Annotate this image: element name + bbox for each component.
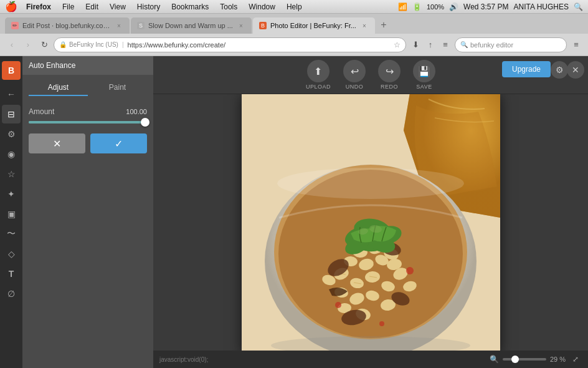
eraser-icon: ∅: [7, 289, 15, 299]
amount-row: Amount 100.00: [29, 107, 147, 116]
sidebar-favorites-icon[interactable]: ☆: [2, 165, 21, 183]
volume-icon: 🔊: [449, 2, 458, 11]
back-arrow-icon: ←: [7, 89, 16, 99]
share-icon[interactable]: ↑: [424, 38, 437, 52]
redo-button[interactable]: ↪ REDO: [378, 60, 401, 90]
sidebar-drawing-icon[interactable]: 〜: [2, 225, 21, 243]
location-bar[interactable]: 🔒 BeFunky Inc (US) | https://www.befunky…: [54, 37, 406, 52]
sidebar-effects-icon[interactable]: ✦: [2, 185, 21, 203]
forward-button[interactable]: ›: [21, 38, 35, 52]
sidebar-layers-icon[interactable]: ⊟: [2, 105, 21, 123]
svg-point-41: [406, 267, 414, 274]
zoom-slider[interactable]: [503, 358, 546, 361]
menu-items: File Edit View History Bookmarks Tools W…: [60, 2, 305, 11]
save-icon-circle: 💾: [413, 60, 435, 82]
tab-2-favicon: S: [137, 22, 145, 29]
menu-tools[interactable]: Tools: [217, 2, 240, 11]
sidebar-frames-icon[interactable]: ▣: [2, 205, 21, 223]
amount-label: Amount: [29, 107, 54, 116]
url-text[interactable]: https://www.befunky.com/create/: [128, 41, 391, 49]
search-icon[interactable]: 🔍: [574, 2, 583, 11]
canvas-settings-button[interactable]: ⚙: [551, 61, 568, 79]
cancel-button[interactable]: ✕: [29, 133, 85, 153]
menu-file[interactable]: File: [60, 2, 77, 11]
sidebar-shapes-icon[interactable]: ◇: [2, 245, 21, 263]
js-status: javascript:void(0);: [159, 356, 208, 363]
search-bar[interactable]: 🔍 befunky editor: [455, 37, 567, 52]
undo-icon: ↩: [351, 65, 359, 77]
search-bar-text: befunky editor: [470, 41, 513, 49]
menu-bar: 🍎 Firefox File Edit View History Bookmar…: [0, 0, 588, 14]
frame-icon: ▣: [7, 209, 16, 219]
upload-label: UPLOAD: [306, 84, 331, 90]
menu-help[interactable]: Help: [284, 2, 305, 11]
sidebar-eye-icon[interactable]: ◉: [2, 145, 21, 163]
save-button[interactable]: 💾 SAVE: [413, 60, 435, 90]
undo-icon-circle: ↩: [343, 60, 366, 82]
reader-icon[interactable]: ≡: [439, 38, 452, 52]
menu-bar-right: 📶 🔋 100% 🔊 Wed 3:57 PM ANITA HUGHES 🔍: [398, 2, 583, 11]
confirm-button[interactable]: ✓: [90, 133, 147, 153]
svg-point-42: [335, 302, 341, 308]
bookmark-star-icon[interactable]: ☆: [394, 41, 401, 49]
star-icon: ☆: [7, 169, 16, 179]
tab-1[interactable]: ✏ Edit Post · blog.befunky.com ... ×: [5, 17, 130, 34]
svg-point-43: [379, 321, 384, 326]
menu-window[interactable]: Window: [246, 2, 278, 11]
tab-2-close[interactable]: ×: [237, 21, 245, 30]
bookmark-icon[interactable]: ⬇: [409, 38, 422, 52]
separator: |: [122, 41, 124, 48]
amount-value: 100.00: [126, 108, 147, 115]
menu-edit[interactable]: Edit: [83, 2, 101, 11]
more-options-icon[interactable]: ≡: [569, 38, 583, 52]
sidebar-text-icon[interactable]: T: [2, 264, 21, 283]
menu-bookmarks[interactable]: Bookmarks: [169, 2, 211, 11]
zoom-controls: 🔍 29 % ⤢: [490, 353, 582, 366]
provider-label: BeFunky Inc (US): [69, 41, 118, 48]
sidebar-erase-icon[interactable]: ∅: [2, 284, 21, 303]
sidebar-back-icon[interactable]: ←: [2, 85, 21, 104]
apple-menu[interactable]: 🍎: [5, 1, 17, 12]
sidebar-brand-logo[interactable]: B: [2, 61, 21, 80]
confirm-icon: ✓: [115, 138, 123, 150]
zoom-slider-thumb[interactable]: [511, 356, 519, 363]
canvas-close-button[interactable]: ✕: [567, 61, 584, 79]
panel-header: Auto Enhance: [22, 56, 153, 75]
sidebar-adjustments-icon[interactable]: ⚙: [2, 125, 21, 143]
tab-3-close[interactable]: ×: [360, 21, 369, 30]
upgrade-button[interactable]: Upgrade: [502, 61, 551, 77]
layers-stack-icon: ⊟: [7, 109, 15, 119]
menu-history[interactable]: History: [135, 2, 163, 11]
wave-icon: 〜: [7, 228, 16, 240]
save-icon: 💾: [418, 65, 430, 77]
text-t-icon: T: [9, 269, 14, 279]
panel-tabs: Adjust Paint: [22, 75, 153, 101]
new-tab-button[interactable]: +: [376, 17, 391, 32]
tab-paint[interactable]: Paint: [88, 80, 147, 96]
clock: Wed 3:57 PM: [463, 2, 508, 11]
slider-thumb[interactable]: [141, 118, 149, 127]
action-buttons: ✕ ✓: [29, 133, 147, 153]
battery-icon: 🔋: [412, 2, 422, 11]
expand-icon[interactable]: ⤢: [569, 353, 582, 366]
app-area: B ← ⊟ ⚙ ◉ ☆ ✦ ▣ 〜 ◇ T ∅: [0, 56, 588, 368]
tab-2[interactable]: S Slow Down and Warm up ... ×: [131, 17, 252, 34]
upgrade-label: Upgrade: [512, 65, 541, 74]
refresh-button[interactable]: ↻: [37, 38, 51, 52]
app-name[interactable]: Firefox: [26, 2, 51, 11]
back-button[interactable]: ‹: [5, 38, 19, 52]
redo-label: REDO: [381, 84, 398, 90]
tab-adjust[interactable]: Adjust: [29, 80, 88, 96]
cancel-icon: ✕: [53, 138, 61, 150]
tab-3[interactable]: B Photo Editor | BeFunky: Fr... ×: [253, 17, 375, 34]
nav-bar: ‹ › ↻ 🔒 BeFunky Inc (US) | https://www.b…: [0, 34, 588, 56]
panel-content: Amount 100.00 ✕ ✓: [22, 101, 153, 368]
slider-fill: [29, 121, 147, 123]
menu-view[interactable]: View: [107, 2, 128, 11]
undo-button[interactable]: ↩ UNDO: [343, 60, 366, 90]
amount-slider[interactable]: [29, 121, 147, 123]
zoom-out-icon[interactable]: 🔍: [490, 355, 499, 364]
upload-button[interactable]: ⬆ UPLOAD: [306, 60, 331, 90]
sidebar-left: B ← ⊟ ⚙ ◉ ☆ ✦ ▣ 〜 ◇ T ∅: [0, 56, 22, 368]
tab-1-close[interactable]: ×: [115, 21, 123, 30]
